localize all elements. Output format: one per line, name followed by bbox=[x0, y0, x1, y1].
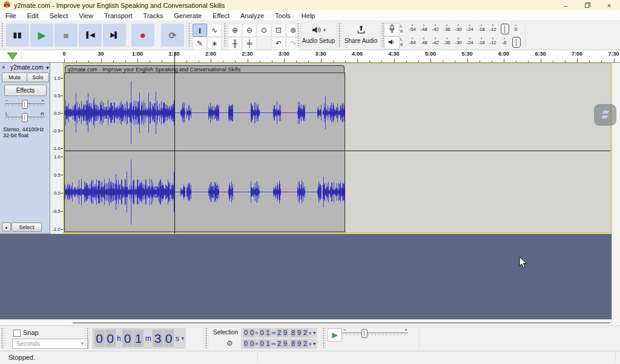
menu-edit[interactable]: Edit bbox=[22, 12, 44, 19]
recording-meter[interactable]: LR-54-48-42-36-30-24-18-12-60 bbox=[384, 23, 524, 36]
screen-overlay-widget[interactable] bbox=[594, 104, 616, 126]
snap-checkbox[interactable] bbox=[13, 330, 21, 337]
selection-tool-button[interactable]: I bbox=[193, 24, 207, 37]
ruler-tick bbox=[455, 60, 455, 62]
ruler-tick bbox=[186, 60, 187, 62]
track-close-button[interactable]: × bbox=[2, 64, 5, 71]
restore-button[interactable] bbox=[576, 0, 598, 10]
snap-mode-select[interactable]: Seconds▼ bbox=[12, 339, 88, 349]
menu-effect[interactable]: Effect bbox=[207, 12, 235, 19]
time-digit[interactable]: 8 bbox=[291, 329, 296, 337]
time-digit[interactable]: 9 bbox=[283, 329, 288, 337]
selection-start-field[interactable]: 00h01m29.892s▾ bbox=[241, 328, 317, 338]
menu-tools[interactable]: Tools bbox=[269, 12, 296, 19]
trim-audio-outside-selection-button[interactable]: ╫ bbox=[228, 37, 242, 50]
track-name-menu[interactable]: y2mate.com▼ bbox=[10, 64, 50, 72]
meter-scale: -54-48-42-36-30-24-18-12-60 bbox=[405, 36, 524, 48]
meter-thumb[interactable] bbox=[501, 24, 509, 34]
select-track-button[interactable]: Select bbox=[12, 223, 42, 232]
undo-button[interactable]: ↶ bbox=[271, 37, 286, 50]
close-button[interactable]: × bbox=[598, 0, 620, 10]
audio-position-field[interactable]: 00h01m30s▾ bbox=[92, 328, 186, 349]
playback-speed-slider[interactable]: − + bbox=[343, 327, 408, 339]
time-digit[interactable]: 9 bbox=[297, 329, 302, 337]
share-audio-button[interactable]: Share Audio bbox=[341, 23, 380, 48]
toolbar-grip[interactable] bbox=[87, 328, 90, 348]
pan-slider-thumb[interactable] bbox=[22, 113, 28, 122]
gain-slider-thumb[interactable] bbox=[22, 100, 28, 109]
menu-generate[interactable]: Generate bbox=[168, 12, 207, 19]
time-digit[interactable]: 2 bbox=[303, 329, 308, 337]
menu-view[interactable]: View bbox=[73, 12, 99, 19]
time-digit[interactable]: 0 bbox=[105, 330, 116, 347]
waveform-view[interactable]: y2mate.com - Improve your English Speaki… bbox=[63, 63, 612, 233]
menu-transport[interactable]: Transport bbox=[99, 12, 138, 19]
menu-analyze[interactable]: Analyze bbox=[235, 12, 269, 19]
menu-tracks[interactable]: Tracks bbox=[138, 12, 169, 19]
time-digit[interactable]: 2 bbox=[303, 340, 308, 348]
time-digit[interactable]: 8 bbox=[291, 340, 296, 348]
menu-file[interactable]: File bbox=[0, 12, 22, 19]
toolbar-grip[interactable] bbox=[224, 23, 227, 48]
vertical-scale-ruler[interactable]: 1.00.50.0-0.5-1.01.00.50.0-0.5-1.0 bbox=[50, 63, 63, 233]
multi-tool-button[interactable]: ∗ bbox=[207, 37, 222, 50]
audio-setup-button[interactable]: ▾ Audio Setup bbox=[300, 23, 337, 48]
time-digit[interactable]: 0 bbox=[243, 329, 249, 337]
clip-header[interactable]: y2mate.com - Improve your English Speaki… bbox=[65, 65, 345, 73]
horizontal-scrollbar-thumb[interactable] bbox=[73, 322, 610, 323]
fit-project-button[interactable]: ⊡ bbox=[271, 24, 286, 37]
pan-slider[interactable]: L R bbox=[5, 111, 45, 123]
chevron-down-icon[interactable]: ▾ bbox=[182, 336, 184, 341]
envelope-tool-button[interactable]: ∿ bbox=[207, 24, 222, 37]
time-digit[interactable]: 0 bbox=[259, 329, 265, 337]
time-digit[interactable]: 0 bbox=[163, 330, 174, 347]
solo-button[interactable]: Solo bbox=[27, 73, 49, 82]
time-digit[interactable]: 0 bbox=[249, 329, 255, 337]
meter-thumb[interactable] bbox=[512, 37, 521, 48]
time-digit[interactable]: 3 bbox=[153, 330, 163, 347]
time-digit[interactable]: 0 bbox=[243, 340, 249, 348]
time-digit[interactable]: 0 bbox=[249, 340, 255, 348]
time-digit[interactable]: 9 bbox=[283, 340, 288, 348]
time-digit[interactable]: 0 bbox=[259, 340, 265, 348]
zoom-in-button[interactable]: ⊕ bbox=[228, 24, 242, 37]
meter-tick bbox=[470, 24, 470, 26]
mute-button[interactable]: Mute bbox=[2, 73, 27, 82]
time-digit[interactable]: 2 bbox=[277, 340, 282, 348]
silence-audio-selection-button[interactable]: ╪ bbox=[242, 37, 257, 50]
speed-slider-thumb[interactable] bbox=[361, 329, 368, 338]
gain-slider[interactable]: − + bbox=[5, 98, 45, 110]
time-digit[interactable]: 0 bbox=[94, 330, 105, 347]
toolbar-grip[interactable] bbox=[323, 328, 326, 348]
time-digit[interactable]: 1 bbox=[133, 330, 143, 347]
speaker-icon bbox=[388, 37, 396, 48]
draw-tool-button[interactable]: ✎ bbox=[193, 37, 207, 50]
chevron-down-icon[interactable]: ▾ bbox=[313, 341, 315, 346]
timeline-options-button[interactable] bbox=[7, 52, 18, 63]
time-digit[interactable]: 1 bbox=[265, 329, 271, 337]
selection-end-field[interactable]: 00h01m29.892s▾ bbox=[241, 339, 317, 349]
menu-select[interactable]: Select bbox=[44, 12, 74, 19]
menu-help[interactable]: Help bbox=[296, 12, 321, 19]
ruler-label: 5:00 bbox=[425, 51, 436, 57]
zoom-out-button[interactable]: ⊖ bbox=[242, 24, 257, 37]
effects-button[interactable]: Effects bbox=[4, 85, 47, 96]
ruler-tick bbox=[308, 60, 309, 62]
toolbar-grip[interactable] bbox=[1, 328, 4, 348]
time-digit[interactable]: 2 bbox=[277, 329, 282, 337]
timeline-ruler[interactable]: 0301:001:302:002:303:003:304:004:305:005… bbox=[0, 50, 620, 63]
collapse-track-button[interactable]: ▲ bbox=[2, 223, 11, 232]
playback-meter[interactable]: LR-54-48-42-36-30-24-18-12-60 bbox=[384, 36, 524, 49]
vertical-scrollbar[interactable] bbox=[612, 63, 620, 325]
gear-icon[interactable]: ⚙ bbox=[226, 339, 233, 348]
chevron-down-icon[interactable]: ▾ bbox=[313, 330, 315, 336]
microphone-button[interactable] bbox=[384, 23, 400, 36]
play-at-speed-button[interactable]: ▶ bbox=[328, 328, 342, 342]
time-digit[interactable]: 9 bbox=[297, 340, 302, 348]
zoom-to-selection-button[interactable]: ⊙ bbox=[257, 24, 271, 37]
time-digit[interactable]: 0 bbox=[122, 330, 133, 347]
time-digit[interactable]: 1 bbox=[265, 340, 271, 348]
speaker-button[interactable] bbox=[384, 36, 400, 50]
toolbar-grip[interactable] bbox=[205, 328, 208, 348]
minimize-button[interactable]: – bbox=[555, 0, 576, 10]
